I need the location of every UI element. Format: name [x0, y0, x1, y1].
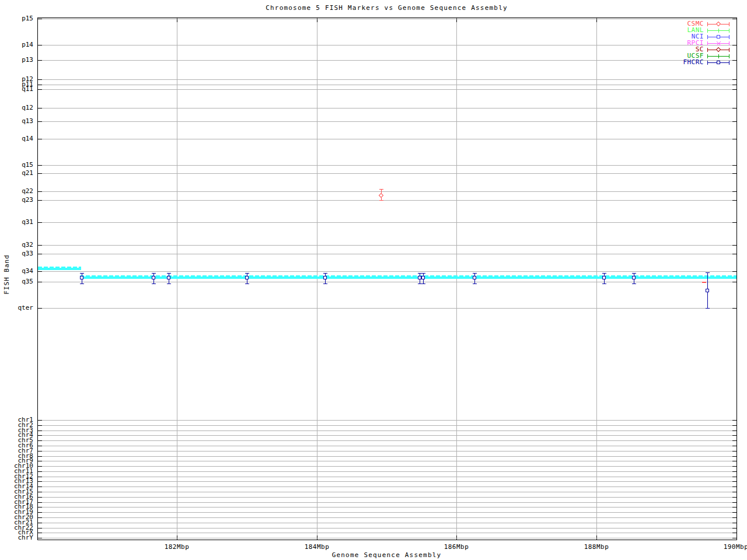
y-axis-tick	[38, 222, 42, 223]
y-axis-tick	[732, 512, 736, 513]
y-axis-tick	[38, 533, 42, 533]
y-axis-tick	[38, 456, 42, 457]
horizontal-gridline	[38, 461, 736, 461]
y-axis-tick	[38, 19, 42, 19]
legend-sample-cap	[729, 61, 729, 65]
horizontal-gridline	[38, 492, 736, 492]
error-bar-cap	[379, 200, 383, 201]
x-tick-label: 184Mbp	[296, 543, 337, 551]
marker-plus	[718, 54, 719, 58]
marker-square	[245, 276, 249, 279]
marker-diamond	[716, 47, 721, 52]
y-axis-tick	[38, 466, 42, 467]
y-band-label: q21	[0, 170, 33, 176]
horizontal-gridline	[38, 533, 736, 533]
y-axis-tick	[732, 435, 736, 436]
legend-sample-cap	[707, 54, 708, 58]
y-axis-tick	[38, 420, 42, 421]
marker-square	[602, 276, 606, 279]
horizontal-gridline	[38, 200, 736, 201]
horizontal-gridline	[38, 282, 736, 282]
error-bar-cap	[80, 284, 84, 284]
chromosome-label: chrY	[0, 535, 33, 540]
y-axis-tick	[38, 45, 42, 46]
error-bar-cap	[421, 273, 425, 274]
error-bar-cap	[167, 284, 171, 284]
horizontal-gridline	[38, 254, 736, 254]
y-axis-tick	[732, 108, 736, 108]
y-axis-tick	[38, 79, 42, 80]
error-bar-cap	[632, 284, 636, 284]
y-axis-tick	[732, 121, 736, 122]
horizontal-gridline	[38, 19, 736, 19]
error-bar-cap	[379, 189, 383, 190]
horizontal-gridline	[38, 528, 736, 528]
error-bar-cap	[706, 272, 710, 273]
horizontal-gridline	[38, 466, 736, 467]
y-axis-tick	[38, 517, 42, 518]
y-band-label: q32	[0, 242, 33, 248]
horizontal-gridline	[38, 308, 736, 309]
y-axis-tick	[38, 497, 42, 498]
y-axis-tick	[732, 254, 736, 254]
y-axis-tick	[732, 282, 736, 282]
legend-sample-cap	[729, 41, 729, 46]
horizontal-gridline	[38, 79, 736, 80]
horizontal-gridline	[38, 502, 736, 503]
error-bar-cap	[80, 273, 84, 274]
y-band-label: q13	[0, 118, 33, 124]
error-bar-cap	[323, 284, 327, 284]
y-axis-tick	[38, 121, 42, 122]
y-axis-tick	[732, 200, 736, 201]
horizontal-gridline	[38, 517, 736, 518]
y-axis-tick	[732, 420, 736, 421]
horizontal-gridline	[38, 85, 736, 85]
horizontal-gridline	[38, 487, 736, 487]
y-band-label: q35	[0, 278, 33, 285]
y-axis-tick	[38, 425, 42, 426]
y-axis-title: FISH Band	[3, 254, 11, 295]
marker-square	[717, 35, 720, 38]
legend-sample	[707, 59, 729, 66]
marker-cross	[717, 41, 721, 46]
y-axis-tick	[38, 440, 42, 441]
y-axis-tick	[732, 85, 736, 85]
y-axis-tick	[732, 497, 736, 498]
y-axis-tick	[732, 173, 736, 174]
horizontal-gridline	[38, 471, 736, 472]
y-axis-tick	[38, 507, 42, 508]
error-bar-cap	[473, 284, 477, 284]
y-axis-tick	[38, 487, 42, 487]
y-axis-tick	[38, 60, 42, 61]
y-axis-tick	[732, 308, 736, 309]
y-axis-tick	[38, 191, 42, 192]
y-axis-tick	[732, 538, 736, 538]
marker-square	[473, 276, 476, 279]
y-axis-tick	[38, 245, 42, 246]
legend-sample-cap	[707, 41, 708, 46]
y-axis-tick	[732, 245, 736, 246]
horizontal-gridline	[38, 425, 736, 426]
y-band-label: q23	[0, 197, 33, 203]
y-axis-tick	[732, 451, 736, 452]
horizontal-gridline	[38, 456, 736, 457]
y-axis-tick	[38, 308, 42, 309]
legend-sample-cap	[729, 54, 729, 58]
y-axis-tick	[732, 461, 736, 461]
y-axis-tick	[38, 538, 42, 538]
horizontal-gridline	[38, 173, 736, 174]
error-bar-cap	[323, 273, 327, 274]
horizontal-gridline	[38, 451, 736, 452]
y-axis-tick	[38, 165, 42, 166]
y-axis-tick	[732, 139, 736, 139]
x-tick-label: 188Mbp	[576, 543, 617, 551]
y-band-label: p13	[0, 57, 33, 63]
y-axis-tick	[732, 440, 736, 441]
y-axis-tick	[732, 507, 736, 508]
legend-sample-cap	[729, 35, 729, 39]
marker-square	[717, 61, 720, 64]
horizontal-gridline	[38, 191, 736, 192]
y-axis-tick	[38, 173, 42, 174]
y-band-label: q34	[0, 268, 33, 274]
legend-sample-cap	[729, 48, 729, 52]
